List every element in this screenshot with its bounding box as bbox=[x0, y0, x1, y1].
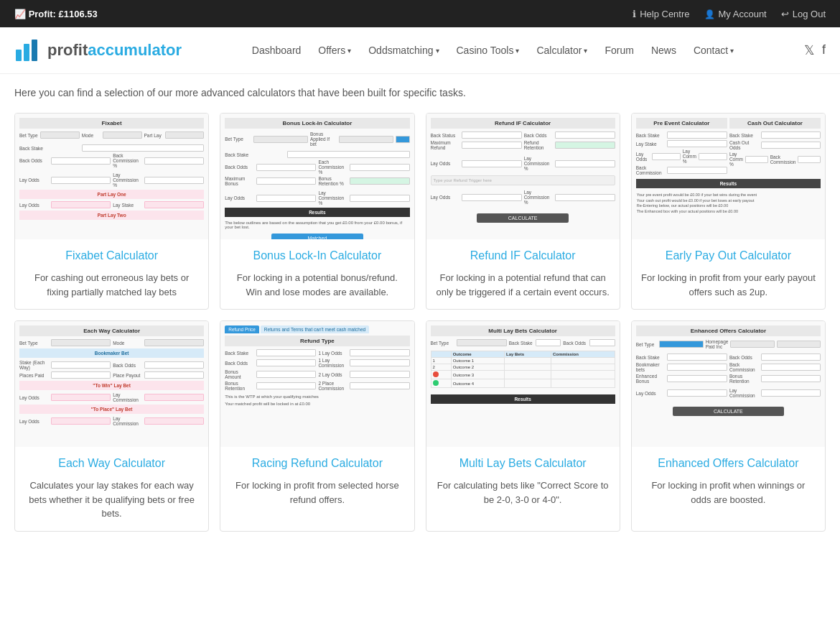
logo-icon bbox=[14, 37, 42, 64]
calc-card-each-way[interactable]: Each Way Calculator Bet Type Mode Bookma… bbox=[14, 320, 209, 532]
oddsmatching-caret: ▾ bbox=[436, 47, 439, 55]
calc-desc-fixabet: For cashing out erroneous lay bets or fi… bbox=[24, 271, 200, 299]
main-nav: Dashboard Offers▾ Oddsmatching▾ Casino T… bbox=[245, 39, 741, 62]
calc-title-racing-refund: Racing Refund Calculator bbox=[229, 457, 405, 470]
top-bar-actions: Help Centre My Account ↩ Log Out bbox=[633, 9, 826, 19]
calc-info-bonus-lockin: Bonus Lock-In Calculator For locking in … bbox=[220, 239, 414, 309]
casino-tools-caret: ▾ bbox=[515, 47, 519, 55]
calc-card-bonus-lockin[interactable]: Bonus Lock-In Calculator Bet Type Bonus … bbox=[220, 113, 414, 310]
calc-info-enhanced-offers: Enhanced Offers Calculator For locking i… bbox=[632, 447, 825, 517]
logout-icon: ↩ bbox=[781, 9, 789, 19]
logo-text: profitaccumulator bbox=[47, 41, 182, 60]
calc-thumbnail-fixabet: Fixabet Bet Type Mode Part Lay Back Stak… bbox=[15, 114, 208, 239]
top-bar: 📈 Profit: £1106.53 Help Centre My Accoun… bbox=[0, 0, 840, 27]
help-centre-link[interactable]: Help Centre bbox=[633, 9, 689, 19]
calc-title-each-way: Each Way Calculator bbox=[24, 457, 200, 470]
calc-desc-enhanced-offers: For locking in profit when winnings or o… bbox=[640, 479, 816, 507]
nav-oddsmatching[interactable]: Oddsmatching▾ bbox=[361, 39, 446, 62]
calc-info-early-payout: Early Pay Out Calculator For locking in … bbox=[632, 239, 825, 309]
calc-title-early-payout: Early Pay Out Calculator bbox=[640, 249, 816, 262]
profit-display: 📈 Profit: £1106.53 bbox=[14, 9, 98, 19]
page-subtitle: Here you can find a selection of our mor… bbox=[0, 74, 840, 106]
calc-desc-early-payout: For locking in profit from your early pa… bbox=[640, 271, 816, 299]
calc-title-enhanced-offers: Enhanced Offers Calculator bbox=[640, 457, 816, 470]
logo[interactable]: profitaccumulator bbox=[14, 37, 182, 64]
nav-calculator[interactable]: Calculator▾ bbox=[529, 39, 594, 62]
header: profitaccumulator Dashboard Offers▾ Odds… bbox=[0, 27, 840, 74]
user-icon bbox=[704, 9, 715, 19]
calc-info-each-way: Each Way Calculator Calculates your lay … bbox=[15, 447, 208, 531]
nav-offers[interactable]: Offers▾ bbox=[311, 39, 358, 62]
calc-info-multi-lay: Multi Lay Bets Calculator For calculatin… bbox=[426, 447, 620, 517]
svg-rect-2 bbox=[32, 40, 37, 61]
calc-thumbnail-refund-if: Refund IF Calculator Back Status Back Od… bbox=[426, 114, 620, 239]
calc-card-enhanced-offers[interactable]: Enhanced Offers Calculator Bet Type Home… bbox=[631, 320, 826, 532]
calc-title-multi-lay: Multi Lay Bets Calculator bbox=[435, 457, 611, 470]
info-icon bbox=[633, 9, 636, 19]
nav-forum[interactable]: Forum bbox=[597, 39, 640, 62]
svg-rect-1 bbox=[24, 44, 29, 61]
offers-caret: ▾ bbox=[347, 47, 351, 55]
my-account-link[interactable]: My Account bbox=[704, 9, 767, 19]
calc-thumbnail-multi-lay: Multi Lay Bets Calculator Bet Type Back … bbox=[426, 321, 620, 447]
calc-title-fixabet: Fixabet Calculator bbox=[24, 249, 200, 262]
calculator-caret: ▾ bbox=[584, 47, 587, 55]
calc-desc-multi-lay: For calculating bets like "Correct Score… bbox=[435, 479, 611, 507]
log-out-link[interactable]: ↩ Log Out bbox=[781, 9, 826, 19]
profit-icon: 📈 bbox=[14, 9, 26, 19]
calc-card-fixabet[interactable]: Fixabet Bet Type Mode Part Lay Back Stak… bbox=[14, 113, 209, 310]
nav-news[interactable]: News bbox=[644, 39, 683, 62]
calc-title-refund-if: Refund IF Calculator bbox=[435, 249, 611, 262]
calc-card-early-payout[interactable]: Pre Event Calculator Back Stake Lay Stak… bbox=[631, 113, 826, 310]
profit-label: Profit: bbox=[29, 9, 56, 19]
profit-value: £1106.53 bbox=[59, 9, 98, 19]
nav-contact[interactable]: Contact▾ bbox=[686, 39, 741, 62]
social-icons: 𝕏 f bbox=[804, 42, 826, 58]
calc-thumbnail-enhanced-offers: Enhanced Offers Calculator Bet Type Home… bbox=[632, 321, 825, 447]
calc-desc-racing-refund: For locking in profit from selected hors… bbox=[229, 479, 405, 507]
calc-card-multi-lay[interactable]: Multi Lay Bets Calculator Bet Type Back … bbox=[426, 320, 620, 532]
calc-info-fixabet: Fixabet Calculator For cashing out erron… bbox=[15, 239, 208, 309]
calc-desc-each-way: Calculates your lay stakes for each way … bbox=[24, 479, 200, 521]
calc-card-racing-refund[interactable]: Refund Price Returns and Terms that can'… bbox=[220, 320, 414, 532]
calc-card-refund-if[interactable]: Refund IF Calculator Back Status Back Od… bbox=[426, 113, 620, 310]
calculator-grid: Fixabet Bet Type Mode Part Lay Back Stak… bbox=[0, 106, 840, 553]
svg-rect-0 bbox=[16, 50, 22, 61]
calc-thumbnail-bonus-lockin: Bonus Lock-In Calculator Bet Type Bonus … bbox=[220, 114, 414, 239]
nav-dashboard[interactable]: Dashboard bbox=[245, 39, 309, 62]
calc-info-racing-refund: Racing Refund Calculator For locking in … bbox=[220, 447, 414, 517]
calc-thumbnail-each-way: Each Way Calculator Bet Type Mode Bookma… bbox=[15, 321, 208, 447]
twitter-icon[interactable]: 𝕏 bbox=[804, 42, 815, 58]
calc-desc-refund-if: For locking in a potential refund that c… bbox=[435, 271, 611, 299]
contact-caret: ▾ bbox=[730, 47, 734, 55]
calc-desc-bonus-lockin: For locking in a potential bonus/refund.… bbox=[229, 271, 405, 299]
calc-title-bonus-lockin: Bonus Lock-In Calculator bbox=[229, 249, 405, 262]
facebook-icon[interactable]: f bbox=[822, 42, 826, 58]
calc-thumbnail-early-payout: Pre Event Calculator Back Stake Lay Stak… bbox=[632, 114, 825, 239]
calc-info-refund-if: Refund IF Calculator For locking in a po… bbox=[426, 239, 620, 309]
calc-thumbnail-racing-refund: Refund Price Returns and Terms that can'… bbox=[220, 321, 414, 447]
nav-casino-tools[interactable]: Casino Tools▾ bbox=[449, 39, 527, 62]
